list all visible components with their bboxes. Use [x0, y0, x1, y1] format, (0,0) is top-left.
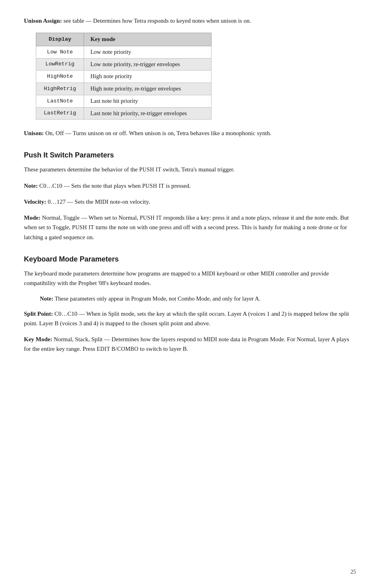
table-cell-display: LastNote: [36, 95, 84, 107]
note-text: C0…C10 — Sets the note that plays when: [38, 183, 142, 189]
table-row: HighRetrig High note priority, re-trigge…: [36, 83, 212, 95]
table-cell-keymode: Last note hit priority: [84, 95, 212, 107]
table-cell-keymode: Last note hit priority, re-trigger envel…: [84, 107, 212, 120]
keyboard-mode-heading: Keyboard Mode Parameters: [24, 254, 356, 265]
push-it-name3: PUSH IT: [140, 215, 162, 221]
velocity-label: Velocity:: [24, 199, 46, 205]
table-cell-display: Low Note: [36, 46, 84, 58]
table-header-display: Display: [36, 33, 84, 46]
table-row: HighNote High note priority: [36, 71, 212, 83]
unison-assign-text: see table — Determines how Tetra respond…: [62, 18, 251, 24]
keyboard-mode-intro: The keyboard mode parameters determine h…: [24, 269, 356, 288]
unison-text: On, Off — Turns unison on or off. When u…: [44, 130, 271, 136]
table-row: LowRetrig Low note priority, re-trigger …: [36, 58, 212, 71]
table-cell-display: HighRetrig: [36, 83, 84, 95]
page-container: Unison Assign: see table — Determines ho…: [0, 0, 380, 588]
keyboard-note-label: Note:: [40, 295, 53, 302]
mode-text: Normal, Toggle — When set to Normal,: [41, 214, 140, 221]
key-mode-rest: to switch to layer B.: [139, 346, 188, 352]
unison-assign-table: Display Key mode Low Note Low note prior…: [36, 33, 212, 120]
push-it-name: PUSH IT: [139, 167, 161, 173]
table-row: LastNote Last note hit priority: [36, 95, 212, 107]
key-mode-paragraph: Key Mode: Normal, Stack, Split — Determi…: [24, 334, 356, 354]
table-cell-keymode: Low note priority, re-trigger envelopes: [84, 58, 212, 71]
table-header-keymode: Key mode: [84, 33, 212, 46]
split-point-paragraph: Split Point: C0…C10 — When in Split mode…: [24, 309, 356, 328]
split-point-text: C0…C10 — When in Split mode, sets the ke…: [24, 311, 349, 326]
table-cell-display: LowRetrig: [36, 58, 84, 71]
key-mode-label: Key Mode:: [24, 336, 52, 342]
table-row: LastRetrig Last note hit priority, re-tr…: [36, 107, 212, 120]
push-it-heading: Push It Switch Parameters: [24, 150, 356, 161]
table-cell-keymode: Low note priority: [84, 46, 212, 58]
edit-b-name: EDIT B/COMBO: [97, 346, 139, 352]
push-it-name4: PUSH IT: [72, 224, 94, 230]
note-label: Note:: [24, 183, 38, 189]
unison-assign-label: Unison Assign:: [24, 18, 62, 24]
unison-paragraph: Unison: On, Off — Turns unison on or off…: [24, 128, 356, 138]
table-cell-keymode: High note priority, re-trigger envelopes: [84, 83, 212, 95]
mode-param-paragraph: Mode: Normal, Toggle — When set to Norma…: [24, 213, 356, 242]
table-cell-display: HighNote: [36, 71, 84, 83]
page-number: 25: [351, 568, 356, 576]
table-cell-keymode: High note priority: [84, 71, 212, 83]
push-it-intro-rest: switch, Tetra's manual trigger.: [161, 166, 235, 173]
unison-assign-paragraph: Unison Assign: see table — Determines ho…: [24, 16, 356, 26]
note-rest: is pressed.: [165, 183, 191, 189]
push-it-name2: PUSH IT: [142, 183, 164, 189]
velocity-text: 0…127 — Sets the MIDI note-on velocity.: [46, 199, 150, 205]
note-param-paragraph: Note: C0…C10 — Sets the note that plays …: [24, 181, 356, 191]
push-it-intro: These parameters determine the behavior …: [24, 165, 356, 174]
push-it-intro-text: These parameters determine the behavior …: [24, 166, 139, 173]
table-row: Low Note Low note priority: [36, 46, 212, 58]
table-cell-display: LastRetrig: [36, 107, 84, 120]
unison-assign-table-container: Display Key mode Low Note Low note prior…: [36, 33, 356, 120]
velocity-param-paragraph: Velocity: 0…127 — Sets the MIDI note-on …: [24, 197, 356, 206]
keyboard-note-text: These parameters only appear in Program …: [53, 295, 261, 302]
mode-label: Mode:: [24, 214, 41, 221]
split-point-label: Split Point:: [24, 311, 53, 317]
keyboard-mode-note-block: Note: These parameters only appear in Pr…: [40, 294, 356, 303]
unison-label: Unison:: [24, 130, 44, 136]
